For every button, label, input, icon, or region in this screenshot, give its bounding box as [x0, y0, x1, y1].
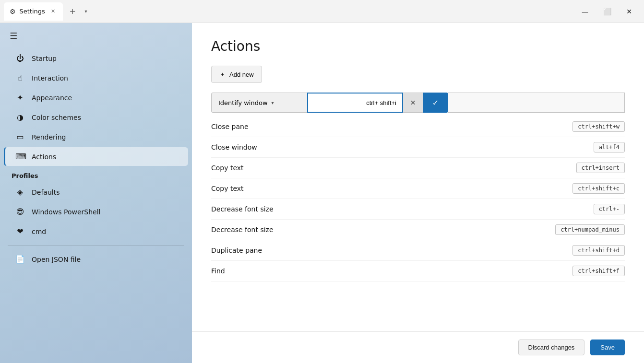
action-row: Duplicate panectrl+shift+d [211, 240, 625, 261]
action-row-keybind: ctrl+shift+w [572, 121, 625, 132]
maximize-button[interactable]: ⬜ [596, 4, 618, 19]
editing-row-spacer [448, 93, 625, 113]
action-row: Decrease font sizectrl+- [211, 199, 625, 220]
action-row-keybind: ctrl+- [594, 204, 625, 214]
sidebar-item-interaction[interactable]: ☝ Interaction [4, 69, 188, 87]
action-row-keybind: ctrl+shift+f [572, 266, 625, 276]
action-row-keybind: ctrl+shift+c [572, 183, 625, 194]
action-row-keybind: alt+f4 [594, 142, 625, 152]
gear-icon: ⚙ [10, 8, 16, 15]
main-layout: ☰ ⏻ Startup ☝ Interaction ✦ Appearance ◑… [0, 23, 644, 363]
sidebar-item-label: Open JSON file [32, 256, 81, 263]
rendering-icon: ▭ [15, 132, 25, 141]
settings-tab[interactable]: ⚙ Settings ✕ [4, 2, 63, 21]
keybind-input[interactable] [307, 93, 403, 113]
sidebar: ☰ ⏻ Startup ☝ Interaction ✦ Appearance ◑… [0, 23, 192, 363]
save-button[interactable]: Save [590, 340, 625, 355]
action-row-name: Copy text [211, 185, 572, 192]
interaction-icon: ☝ [15, 73, 25, 82]
actions-icon: ⌨ [15, 152, 25, 161]
action-row: Copy textctrl+insert [211, 158, 625, 178]
action-row: Copy textctrl+shift+c [211, 178, 625, 199]
clear-keybind-button[interactable]: ✕ [403, 93, 423, 113]
close-window-button[interactable]: ✕ [618, 4, 640, 19]
action-row-keybind: ctrl+numpad_minus [555, 224, 625, 235]
sidebar-item-open-json[interactable]: 📄 Open JSON file [4, 250, 188, 269]
action-row: Close windowalt+f4 [211, 137, 625, 158]
json-icon: 📄 [15, 255, 25, 264]
tab-label: Settings [20, 8, 45, 15]
add-new-label: Add new [229, 71, 254, 78]
plus-icon: ＋ [219, 70, 226, 79]
cmd-icon: ❤ [15, 227, 25, 236]
content-footer: Discard changes Save [192, 331, 644, 363]
sidebar-item-actions[interactable]: ⌨ Actions [4, 147, 188, 166]
sidebar-item-label: cmd [32, 228, 46, 235]
content-body: Actions ＋ Add new Identify window ▾ ✕ ✓ … [192, 23, 644, 331]
sidebar-item-rendering[interactable]: ▭ Rendering [4, 128, 188, 146]
sidebar-divider [8, 245, 184, 246]
window-controls: — ⬜ ✕ [574, 4, 640, 19]
minimize-button[interactable]: — [574, 4, 596, 19]
hamburger-button[interactable]: ☰ [0, 23, 192, 48]
action-row-name: Close pane [211, 123, 572, 130]
dropdown-chevron-icon: ▾ [272, 100, 274, 105]
action-row: Close panectrl+shift+w [211, 117, 625, 137]
confirm-keybind-button[interactable]: ✓ [423, 93, 448, 113]
close-tab-icon[interactable]: ✕ [49, 7, 57, 15]
editing-row: Identify window ▾ ✕ ✓ [211, 93, 625, 113]
sidebar-item-label: Defaults [32, 188, 60, 196]
sidebar-item-label: Interaction [32, 74, 68, 82]
action-row-name: Close window [211, 143, 594, 151]
startup-icon: ⏻ [15, 54, 25, 63]
sidebar-item-label: Actions [32, 153, 56, 161]
action-row: Decrease font sizectrl+numpad_minus [211, 220, 625, 240]
color-schemes-icon: ◑ [15, 113, 25, 122]
sidebar-item-color-schemes[interactable]: ◑ Color schemes [4, 108, 188, 127]
content-area: Actions ＋ Add new Identify window ▾ ✕ ✓ … [192, 23, 644, 363]
action-row-name: Duplicate pane [211, 246, 572, 254]
sidebar-item-label: Startup [32, 55, 57, 62]
action-row-name: Decrease font size [211, 226, 555, 234]
sidebar-item-label: Appearance [32, 94, 72, 102]
discard-changes-button[interactable]: Discard changes [518, 340, 585, 355]
sidebar-item-defaults[interactable]: ◈ Defaults [4, 183, 188, 201]
sidebar-item-startup[interactable]: ⏻ Startup [4, 49, 188, 68]
action-row-name: Copy text [211, 164, 576, 172]
appearance-icon: ✦ [15, 93, 25, 102]
sidebar-item-cmd[interactable]: ❤ cmd [4, 222, 188, 241]
action-row-keybind: ctrl+shift+d [572, 245, 625, 256]
sidebar-item-label: Color schemes [32, 114, 81, 121]
add-new-button[interactable]: ＋ Add new [211, 66, 262, 83]
action-dropdown-label: Identify window [218, 99, 268, 106]
sidebar-item-powershell[interactable]: 😎 Windows PowerShell [4, 202, 188, 221]
defaults-icon: ◈ [15, 187, 25, 197]
new-tab-button[interactable]: + [65, 4, 80, 19]
page-title: Actions [211, 38, 625, 54]
action-row-name: Decrease font size [211, 205, 594, 213]
profiles-section-header: Profiles [0, 166, 192, 182]
sidebar-item-appearance[interactable]: ✦ Appearance [4, 88, 188, 107]
tab-dropdown-button[interactable]: ▾ [80, 4, 92, 19]
sidebar-item-label: Windows PowerShell [32, 208, 100, 216]
action-row-keybind: ctrl+insert [576, 163, 625, 173]
powershell-icon: 😎 [15, 207, 25, 216]
action-dropdown[interactable]: Identify window ▾ [211, 93, 307, 113]
action-row-name: Find [211, 267, 572, 275]
titlebar: ⚙ Settings ✕ + ▾ — ⬜ ✕ [0, 0, 644, 23]
action-row: Findctrl+shift+f [211, 261, 625, 281]
action-rows-container: Close panectrl+shift+wClose windowalt+f4… [211, 117, 625, 281]
sidebar-item-label: Rendering [32, 133, 66, 141]
